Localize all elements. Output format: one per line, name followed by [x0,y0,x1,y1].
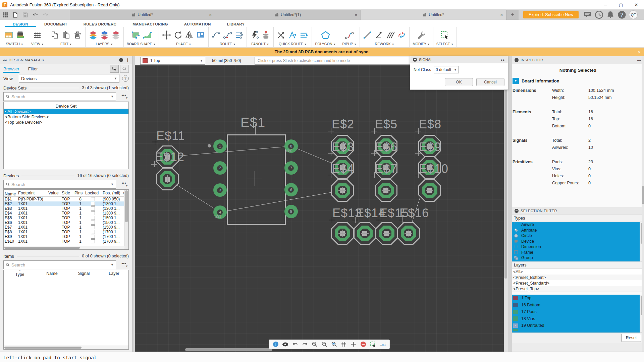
device-row-e1[interactable]: E$1P(R-PDIP-T8)TOP8(900 950) [4,197,124,202]
type-filter-circle[interactable]: Circle [512,233,640,239]
ribbon-group-label[interactable]: SWITCH ▼ [6,42,23,47]
device-set-row[interactable]: <Bottom Side Devices> [4,114,128,120]
octagon-pad[interactable] [354,222,376,245]
locked-checkbox[interactable] [91,197,95,201]
pad-2-e1[interactable]: 2 [213,161,227,175]
layer-row-16-bottom[interactable]: 16 Bottom [512,302,640,309]
warning-close-icon[interactable]: × [638,49,641,55]
component-label-e16[interactable]: E$16 [399,207,429,219]
align-icon[interactable] [196,31,205,40]
devices-column-locked[interactable]: Locked [84,190,102,197]
devices-column-side[interactable]: Side [61,190,73,197]
layers3-icon[interactable] [111,31,120,40]
board-information-collapse-button[interactable]: ▼ [513,78,519,84]
ribbon-group-label[interactable]: FANOUT ▼ [251,42,269,47]
document-tab-1[interactable]: Untitled*× [70,10,215,20]
menu-document[interactable]: DOCUMENT [36,22,75,27]
route3-icon[interactable] [234,31,244,40]
active-layer-dropdown[interactable]: 1 Top ▼ [140,57,205,65]
document-tab-3[interactable]: Untitled*× [361,10,506,20]
device-set-column-header[interactable]: ⌃Device Set [4,102,128,109]
info-icon[interactable]: i [272,341,279,348]
command-line-input[interactable]: Click or press Slash to activate command… [255,57,413,65]
expired-subscribe-button[interactable]: Expired: Subscribe Now [523,11,579,18]
device-set-row[interactable]: <All Devices> [4,109,128,114]
comments-icon[interactable] [583,10,592,19]
lines3-icon[interactable] [386,31,395,40]
items-search-input[interactable]: Search ▼ [3,260,116,269]
net-class-dropdown[interactable]: 0 default ▼ [434,66,459,73]
layer-preset-row[interactable]: <Preset_Top> [512,286,644,292]
signal-dialog-header[interactable]: SIGNAL ▸▸ [410,56,508,63]
menu-automation[interactable]: AUTOMATION [176,22,219,27]
locked-checkbox[interactable] [91,202,95,206]
board-icon[interactable] [4,31,13,40]
devices-column-pos-mil-[interactable]: Pos. (mil) [102,190,122,197]
pad-5-e1[interactable]: 5 [284,205,298,218]
layers1-icon[interactable] [89,31,98,40]
component-label-e3[interactable]: E$3 [332,141,354,153]
ribbon-group-label[interactable]: ROUTE ▼ [220,42,236,47]
pad-6-e1[interactable]: 6 [284,183,298,196]
panel-vertical-scrollbar[interactable] [642,56,644,352]
component-label-e10[interactable]: E$10 [419,163,448,175]
type-filter-airwire[interactable]: Airwire [512,222,640,228]
crosshair-icon[interactable] [350,341,357,348]
pad-7-e1[interactable]: 7 [284,161,298,175]
menu-rules-drc-erc[interactable]: RULES DRC/ERC [75,22,124,27]
document-tab-2[interactable]: Untitled*(1)× [215,10,361,20]
type-filter-frame[interactable]: Frame [512,250,640,255]
octagon-pad[interactable] [418,179,441,202]
pcb-canvas[interactable]: E$1E$11E$12E$2E$5E$8E$3E$6E$9E$4E$7E$10E… [135,65,504,352]
device-sets-search-input[interactable]: Search ▼ [3,92,116,101]
devices-options-button[interactable]: •••▼ [119,180,129,188]
locked-checkbox[interactable] [91,230,95,234]
menu-design[interactable]: DESIGN [5,22,36,27]
canvas-vertical-scrollbar[interactable] [504,65,508,352]
device-row-e6[interactable]: E$61X01TOP1(1500 1... [4,220,124,225]
qr1-icon[interactable] [277,31,286,40]
type-filter-dimension[interactable]: Dimension [512,244,640,250]
layer-preset-row[interactable]: <All> [512,269,644,275]
type-filter-group[interactable]: Group [512,255,640,261]
items-options-button[interactable]: •••▼ [119,261,129,269]
tab-filter[interactable]: Filter [28,66,38,73]
zoom-window-icon[interactable] [331,341,337,348]
component-label-e6[interactable]: E$6 [375,141,397,153]
stop-icon[interactable] [360,341,367,348]
route2-icon[interactable] [223,31,232,40]
devices-horizontal-scrollbar[interactable] [4,246,124,249]
device-row-e3[interactable]: E$31X01TOP1(1300 1... [4,206,124,211]
component-label-e9[interactable]: E$9 [419,141,441,153]
undo-icon[interactable] [30,10,40,20]
ribbon-group-label[interactable]: QUICK ROUTE ▼ [279,42,307,47]
maximize-button[interactable]: ▢ [613,0,629,9]
layer-row-17-pads[interactable]: 17 Pads [512,308,640,315]
tab-browser[interactable]: Browser [3,66,19,73]
component-label-e1[interactable]: E$1 [240,116,265,129]
device-sets-options-button[interactable]: •••▼ [119,93,129,101]
help-icon[interactable]: ? [618,10,626,19]
type-filter-attribute[interactable]: Attribute [512,228,640,233]
devices-column-value[interactable]: Value [47,190,61,197]
wrench-icon[interactable] [417,31,426,40]
device-row-e2[interactable]: E$21X01TOP1(1300 1... [4,201,124,206]
move-icon[interactable] [162,31,171,40]
fanout2-icon[interactable] [261,31,270,40]
items-column-name[interactable]: Name [36,270,68,277]
type-filter-hole[interactable]: Hole [512,261,640,262]
cancel-button[interactable]: Cancel [476,78,504,86]
device-set-row[interactable]: <Top Side Devices> [4,120,128,125]
grid-icon[interactable] [33,31,42,40]
octagon-pad[interactable] [331,222,354,245]
layer-row-18-vias[interactable]: 18 Vias [512,315,640,322]
ribbon-group-label[interactable]: RIPUP ▼ [342,42,357,47]
component-label-e12[interactable]: E$12 [155,151,184,163]
select-icon[interactable] [440,31,449,40]
spline-icon[interactable] [143,31,152,40]
reset-button[interactable]: Reset [621,334,641,342]
menu-library[interactable]: LIBRARY [219,22,253,27]
zoom-tool-button[interactable] [120,65,129,73]
redo-icon[interactable] [40,10,50,20]
tab-close-icon[interactable]: × [355,12,357,17]
